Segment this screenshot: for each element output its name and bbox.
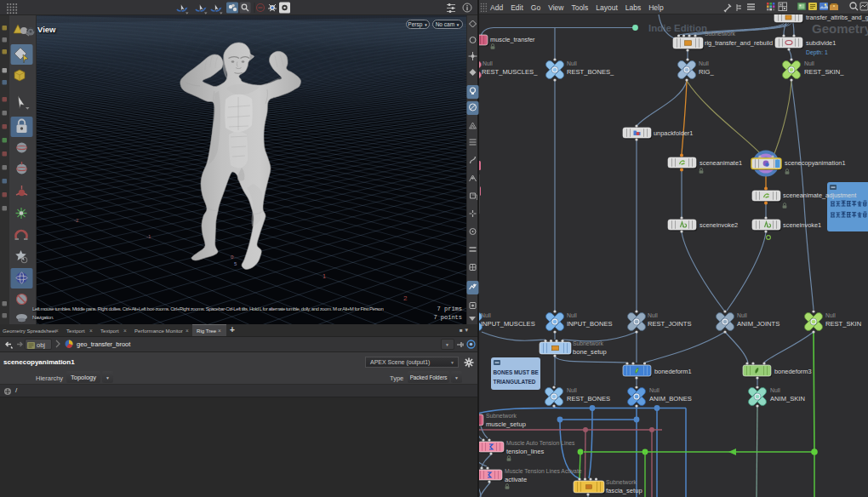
- svg-text:ANIM_JOINTS: ANIM_JOINTS: [737, 320, 779, 328]
- svg-text:REST_BONES: REST_BONES: [567, 395, 610, 403]
- svg-text:Subnetwork: Subnetwork: [606, 479, 637, 485]
- svg-text:REST_JOINTS: REST_JOINTS: [648, 320, 691, 328]
- svg-text:bonedeform1: bonedeform1: [654, 368, 692, 375]
- svg-text:subdivide1: subdivide1: [806, 39, 836, 47]
- svg-text:transfer_attribs_and_gr: transfer_attribs_and_gr: [806, 14, 868, 21]
- svg-text:Null: Null: [567, 312, 577, 318]
- svg-text:Null: Null: [648, 312, 658, 318]
- svg-text:Null: Null: [483, 60, 493, 66]
- svg-text:sceneanimate_adjustment: sceneanimate_adjustment: [783, 191, 856, 199]
- svg-text:Subnetwork: Subnetwork: [573, 340, 603, 346]
- svg-text:-2: -2: [74, 218, 79, 223]
- svg-text:REST_SKIN: REST_SKIN: [825, 320, 861, 328]
- svg-text:Null: Null: [567, 60, 577, 66]
- svg-text:Null: Null: [804, 60, 814, 66]
- svg-text:1: 1: [323, 273, 326, 279]
- svg-text:Muscle Tension Lines Activate: Muscle Tension Lines Activate: [505, 468, 582, 474]
- svg-text:rig_transfer_and_rebuild: rig_transfer_and_rebuild: [705, 39, 773, 47]
- svg-text:5: 5: [234, 261, 237, 266]
- svg-text:-1: -1: [146, 234, 151, 239]
- svg-text:ANIM_BONES: ANIM_BONES: [649, 395, 692, 403]
- svg-text:REST_BONES_: REST_BONES_: [567, 68, 614, 76]
- svg-text:Muscle Auto Tension Lines: Muscle Auto Tension Lines: [506, 440, 575, 446]
- svg-text:Null: Null: [481, 312, 491, 318]
- svg-text:Null: Null: [649, 387, 660, 393]
- svg-text:muscle_setup: muscle_setup: [486, 420, 526, 428]
- svg-text:ANIM_SKIN: ANIM_SKIN: [770, 395, 805, 403]
- svg-text:INPUT_MUSCLES: INPUT_MUSCLES: [481, 320, 535, 328]
- svg-text:RIG_: RIG_: [699, 68, 715, 76]
- svg-text:sceneinvoke1: sceneinvoke1: [783, 221, 821, 229]
- svg-text:Subnetwork: Subnetwork: [705, 31, 735, 37]
- svg-text:Geometry: Geometry: [812, 21, 868, 36]
- svg-text:2: 2: [403, 294, 408, 302]
- svg-text:TRIANGULATED: TRIANGULATED: [494, 379, 536, 385]
- svg-text:muscle_transfer: muscle_transfer: [490, 36, 535, 43]
- svg-text:REST_SKIN_: REST_SKIN_: [804, 68, 844, 76]
- svg-text:tension_lines: tension_lines: [506, 448, 545, 455]
- svg-text:bonedeform3: bonedeform3: [774, 368, 812, 375]
- svg-text:INPUT_BONES: INPUT_BONES: [567, 320, 613, 328]
- svg-text:bone_setup: bone_setup: [573, 348, 607, 356]
- svg-text:Null: Null: [699, 60, 709, 66]
- svg-text:Null: Null: [567, 387, 577, 393]
- svg-text:scenecopyanimation1: scenecopyanimation1: [785, 159, 846, 167]
- svg-text:activate: activate: [505, 476, 527, 483]
- svg-text:Indie Edition: Indie Edition: [648, 23, 707, 33]
- svg-text:REST_MUSCLES_: REST_MUSCLES_: [482, 68, 538, 76]
- svg-text:fascia_setup: fascia_setup: [606, 487, 642, 494]
- svg-text:sceneanimate1: sceneanimate1: [700, 159, 742, 167]
- svg-text:Null: Null: [770, 387, 780, 393]
- svg-text:Subnetwork: Subnetwork: [486, 413, 517, 419]
- svg-text:unpackfolder1: unpackfolder1: [654, 129, 693, 137]
- svg-text:Depth: 1: Depth: 1: [806, 49, 828, 56]
- svg-text:Null: Null: [737, 312, 747, 318]
- svg-text:Null: Null: [825, 312, 836, 318]
- svg-text:sceneinvoke2: sceneinvoke2: [700, 221, 738, 229]
- svg-text:BONES MUST BE: BONES MUST BE: [494, 369, 540, 375]
